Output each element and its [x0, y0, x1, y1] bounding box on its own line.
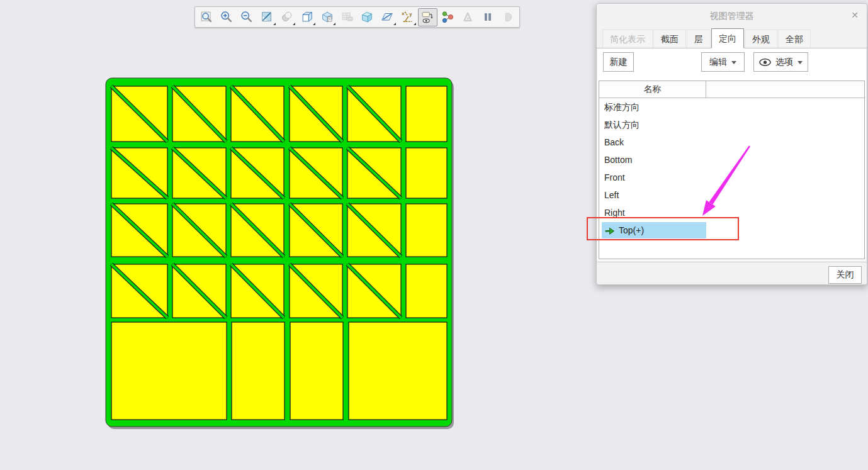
new-button[interactable]: 新建 [603, 52, 634, 72]
close-icon[interactable]: ✕ [851, 10, 859, 20]
list-item-right[interactable]: Right [599, 204, 864, 221]
view-manager-panel: 视图管理器 ✕ 简化表示截面层定向外观全部 新建 编辑 选项 名称 标准方向默认… [596, 3, 867, 285]
shading-style-button[interactable] [278, 8, 297, 26]
perspective-view-icon [360, 10, 374, 24]
dropdown-corner-icon [273, 23, 276, 25]
chevron-down-icon [731, 61, 736, 64]
pause-icon [481, 10, 495, 24]
tab-bar: 简化表示截面层定向外观全部 [597, 29, 867, 48]
edit-button-label: 编辑 [709, 57, 727, 68]
axes-display-icon: x y [400, 10, 414, 24]
zoom-window-icon [200, 10, 213, 24]
perspective-view-button[interactable] [358, 8, 377, 26]
saved-views-button[interactable] [317, 8, 337, 26]
list-item-front[interactable]: Front [599, 169, 864, 186]
panel-footer: 关闭 [597, 262, 867, 284]
axes-display-button[interactable]: x y [398, 8, 417, 26]
repaint-icon [260, 10, 274, 24]
dropdown-corner-icon [393, 23, 396, 25]
chevron-down-icon [798, 61, 803, 64]
shading-style-icon [280, 10, 294, 24]
dropdown-corner-icon [414, 23, 416, 25]
column-header-name[interactable]: 名称 [599, 81, 706, 98]
eye-icon [759, 59, 771, 66]
options-button-label: 选项 [775, 57, 793, 68]
connection-points-button[interactable] [438, 8, 458, 26]
view-images-button[interactable] [337, 8, 357, 26]
svg-text:x: x [402, 11, 405, 16]
dropdown-corner-icon [313, 23, 315, 25]
zoom-in-icon [220, 10, 234, 24]
resume-icon [501, 10, 515, 24]
graphics-toolbar: x y [194, 6, 520, 28]
list-header: 名称 [599, 81, 864, 98]
close-button[interactable]: 关闭 [828, 266, 862, 284]
tab-sections[interactable]: 截面 [653, 30, 686, 48]
list-items: 标准方向默认方向BackBottomFrontLeftRightTop(+) [599, 98, 864, 240]
connection-points-icon [441, 10, 454, 24]
view-images-icon [341, 10, 354, 24]
tab-layers[interactable]: 层 [687, 30, 711, 48]
zoom-out-button[interactable] [237, 8, 257, 26]
view-manager-icon [420, 10, 434, 24]
green-arrow-icon [605, 226, 615, 235]
simulation-button[interactable] [458, 8, 477, 26]
repaint-button[interactable] [257, 8, 277, 26]
zoom-in-button[interactable] [217, 8, 237, 26]
tab-orientation[interactable]: 定向 [711, 28, 744, 48]
datum-display-button[interactable] [378, 8, 397, 26]
list-item-default-orientation[interactable]: 默认方向 [599, 116, 864, 133]
list-item-bottom[interactable]: Bottom [599, 151, 864, 169]
display-style-button[interactable] [297, 8, 317, 26]
list-item-left[interactable]: Left [599, 186, 864, 204]
list-item-back[interactable]: Back [599, 133, 864, 151]
tab-all[interactable]: 全部 [778, 30, 811, 48]
panel-title: 视图管理器 [597, 11, 867, 22]
display-style-icon [300, 10, 314, 24]
tab-appearance[interactable]: 外观 [745, 30, 777, 48]
selected-row-highlight: Top(+) [602, 222, 706, 238]
dropdown-corner-icon [333, 23, 335, 25]
list-item-standard-orientation[interactable]: 标准方向 [599, 98, 864, 116]
list-item-label: Top(+) [619, 221, 644, 239]
new-button-label: 新建 [610, 57, 628, 68]
tab-simplified-reps[interactable]: 简化表示 [602, 30, 653, 48]
svg-text:y: y [409, 11, 412, 17]
zoom-out-icon [240, 10, 254, 24]
simulation-icon [461, 10, 475, 24]
pause-button[interactable] [478, 8, 497, 26]
orientation-list: 名称 标准方向默认方向BackBottomFrontLeftRightTop(+… [599, 81, 865, 259]
saved-views-icon [320, 10, 334, 24]
dropdown-corner-icon [293, 23, 295, 25]
zoom-window-button[interactable] [197, 8, 217, 26]
edit-dropdown-button[interactable]: 编辑 [701, 52, 745, 72]
app-window: { "app": { "background_color": "#e9e9ee"… [0, 0, 868, 470]
view-manager-button[interactable] [418, 8, 437, 26]
options-dropdown-button[interactable]: 选项 [753, 52, 808, 72]
resume-button[interactable] [498, 8, 517, 26]
list-item-top[interactable]: Top(+) [599, 222, 864, 240]
datum-display-icon [380, 10, 394, 24]
close-button-label: 关闭 [837, 269, 854, 281]
